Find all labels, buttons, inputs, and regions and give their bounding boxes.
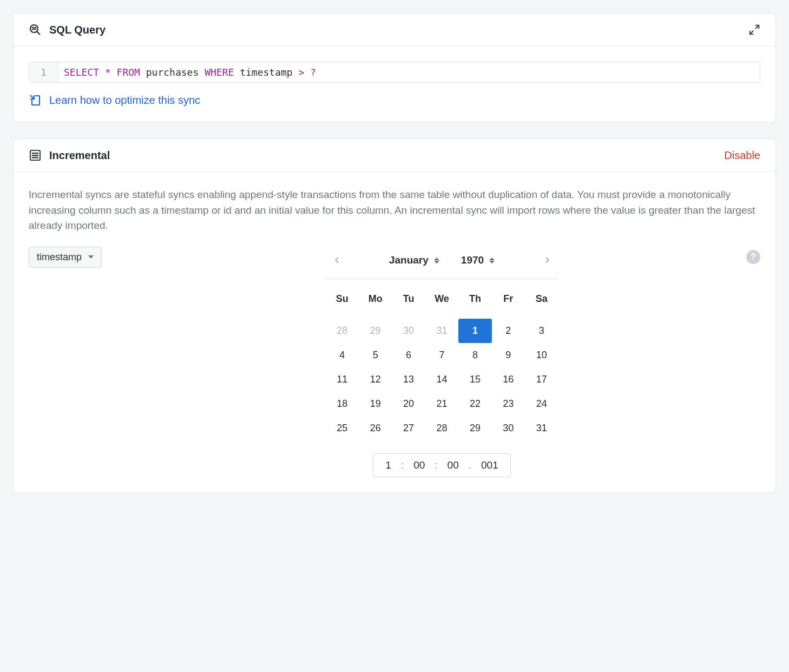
code-token	[304, 67, 310, 78]
sql-panel-header: SQL Query	[14, 14, 775, 47]
column-select-value: timestamp	[37, 252, 82, 263]
time-input[interactable]: 1 : 00 : 00 . 001	[373, 453, 510, 477]
datepicker-day[interactable]: 7	[425, 343, 458, 367]
datepicker-dow: Fr	[492, 288, 525, 310]
column-select[interactable]: timestamp	[29, 247, 102, 268]
datepicker-day[interactable]: 25	[326, 416, 359, 440]
datepicker-day[interactable]: 21	[425, 392, 458, 416]
datepicker-day[interactable]: 10	[525, 343, 558, 367]
code-token: ?	[310, 67, 316, 78]
time-millisecond[interactable]: 001	[481, 459, 498, 471]
svg-rect-9	[32, 155, 38, 156]
datepicker-dow-row: SuMoTuWeThFrSa	[326, 288, 558, 310]
editor-gutter: 1	[29, 62, 58, 82]
datepicker-day[interactable]: 26	[359, 416, 392, 440]
datepicker-dow: Th	[458, 288, 491, 310]
datepicker-day[interactable]: 11	[326, 367, 359, 392]
datepicker-day[interactable]: 29	[359, 319, 392, 343]
datepicker-day[interactable]: 23	[492, 392, 525, 416]
datepicker-day[interactable]: 4	[326, 343, 359, 367]
sql-panel-title: SQL Query	[49, 24, 106, 36]
help-icon[interactable]: ?	[746, 250, 760, 264]
time-separator: .	[469, 459, 471, 471]
datepicker-day[interactable]: 16	[492, 367, 525, 392]
sql-panel-body: 1 SELECT * FROM purchases WHERE timestam…	[14, 47, 775, 122]
datepicker-day[interactable]: 2	[492, 319, 525, 343]
datepicker-dow: Mo	[359, 288, 392, 310]
datepicker-days-grid: 2829303112345678910111213141516171819202…	[326, 319, 558, 440]
optimize-docs-icon	[29, 94, 42, 107]
datepicker-dow: Su	[326, 288, 359, 310]
datepicker-day[interactable]: 31	[425, 319, 458, 343]
code-token: *	[105, 67, 111, 78]
optimize-sync-link[interactable]: Learn how to optimize this sync	[49, 94, 200, 107]
datepicker-dow: We	[425, 288, 458, 310]
datepicker-day[interactable]: 28	[326, 319, 359, 343]
datepicker-day[interactable]: 14	[425, 367, 458, 392]
time-second[interactable]: 00	[448, 459, 459, 471]
expand-icon[interactable]	[748, 24, 760, 36]
incremental-icon	[29, 149, 42, 162]
datepicker-day[interactable]: 6	[392, 343, 425, 367]
prev-month-button[interactable]	[329, 252, 345, 269]
time-separator: :	[401, 459, 404, 471]
datepicker-dow: Tu	[392, 288, 425, 310]
datepicker-dow: Sa	[525, 288, 558, 310]
code-token	[111, 67, 117, 78]
datepicker-day[interactable]: 13	[392, 367, 425, 392]
datepicker-day[interactable]: 5	[359, 343, 392, 367]
datepicker-day[interactable]: 24	[525, 392, 558, 416]
datepicker-day[interactable]: 19	[359, 392, 392, 416]
time-minute[interactable]: 00	[413, 459, 425, 471]
svg-rect-10	[32, 157, 38, 159]
datepicker-day[interactable]: 17	[525, 367, 558, 392]
time-separator: :	[435, 459, 437, 471]
search-sql-icon	[29, 23, 42, 36]
datepicker-day[interactable]: 27	[392, 416, 425, 440]
code-token	[99, 67, 105, 78]
datepicker-day[interactable]: 29	[458, 416, 491, 440]
datepicker-day[interactable]: 9	[492, 343, 525, 367]
code-token: purchases	[140, 67, 205, 78]
next-month-button[interactable]	[539, 252, 555, 269]
year-label: 1970	[461, 254, 484, 266]
chevron-down-icon	[88, 255, 94, 259]
time-hour[interactable]: 1	[385, 459, 391, 471]
datepicker-day[interactable]: 30	[492, 416, 525, 440]
editor-code-line[interactable]: SELECT * FROM purchases WHERE timestamp …	[58, 62, 321, 82]
datepicker-header: January 1970	[326, 247, 558, 279]
datepicker-day[interactable]: 18	[326, 392, 359, 416]
datepicker-day[interactable]: 3	[525, 319, 558, 343]
incremental-panel-header: Incremental Disable	[14, 139, 775, 172]
code-token: >	[299, 67, 305, 78]
datepicker-day[interactable]: 8	[458, 343, 491, 367]
code-token: WHERE	[205, 67, 234, 78]
disable-link[interactable]: Disable	[724, 149, 760, 162]
sort-icon	[434, 258, 439, 263]
month-label: January	[389, 254, 429, 266]
incremental-panel: Incremental Disable Incremental syncs ar…	[13, 139, 776, 493]
incremental-description: Incremental syncs are stateful syncs ena…	[29, 187, 760, 234]
incremental-title: Incremental	[49, 149, 110, 162]
line-number: 1	[29, 67, 58, 78]
sort-icon	[489, 258, 495, 263]
sql-query-panel: SQL Query 1 SELECT * FROM purchases WHER…	[13, 13, 776, 122]
datepicker: January 1970 SuMoTuWeThFrSa	[326, 247, 558, 477]
datepicker-day[interactable]: 22	[458, 392, 491, 416]
svg-line-1	[37, 32, 41, 35]
datepicker-day[interactable]: 30	[392, 319, 425, 343]
code-token: FROM	[117, 67, 140, 78]
datepicker-day[interactable]: 1	[458, 319, 491, 343]
datepicker-day[interactable]: 12	[359, 367, 392, 392]
code-token: timestamp	[234, 67, 298, 78]
code-token: SELECT	[64, 67, 99, 78]
month-selector[interactable]: January	[389, 254, 439, 266]
svg-rect-8	[32, 153, 38, 154]
datepicker-day[interactable]: 15	[458, 367, 491, 392]
datepicker-day[interactable]: 20	[392, 392, 425, 416]
datepicker-day[interactable]: 31	[525, 416, 558, 440]
incremental-panel-body: Incremental syncs are stateful syncs ena…	[14, 172, 775, 492]
sql-editor[interactable]: 1 SELECT * FROM purchases WHERE timestam…	[29, 62, 760, 83]
year-selector[interactable]: 1970	[461, 254, 495, 266]
datepicker-day[interactable]: 28	[425, 416, 458, 440]
